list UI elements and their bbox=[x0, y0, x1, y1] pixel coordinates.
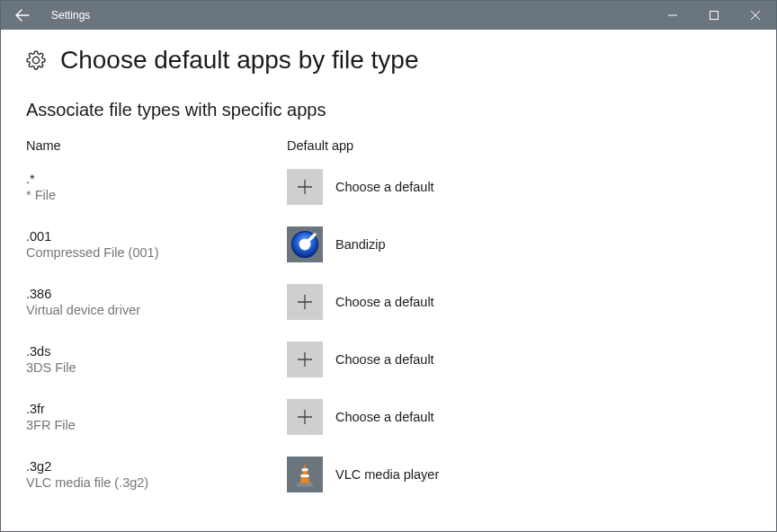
default-app-label: Choose a default bbox=[335, 180, 434, 194]
file-type-info: .001Compressed File (001) bbox=[26, 226, 287, 261]
column-header-name: Name bbox=[26, 138, 287, 153]
svg-rect-5 bbox=[301, 474, 309, 477]
minimize-icon bbox=[668, 11, 677, 20]
plus-icon bbox=[287, 284, 323, 320]
default-app-button[interactable]: Choose a default bbox=[287, 284, 434, 320]
plus-icon bbox=[287, 341, 323, 377]
file-description: VLC media file (.3g2) bbox=[26, 474, 287, 491]
column-header-default-app: Default app bbox=[287, 138, 353, 153]
file-type-info: .386Virtual device driver bbox=[26, 284, 287, 318]
file-extension: .3ds bbox=[26, 343, 287, 359]
file-description: Compressed File (001) bbox=[26, 244, 287, 261]
gear-icon bbox=[26, 50, 46, 70]
page-title: Choose default apps by file type bbox=[60, 46, 418, 75]
default-app-button[interactable]: Bandizip bbox=[287, 226, 386, 262]
window-controls bbox=[652, 1, 776, 30]
default-app-button[interactable]: Choose a default bbox=[287, 399, 434, 435]
file-description: Virtual device driver bbox=[26, 302, 287, 318]
svg-marker-3 bbox=[300, 464, 310, 483]
content-area: Choose default apps by file type Associa… bbox=[1, 30, 776, 492]
titlebar: Settings bbox=[1, 1, 776, 30]
arrow-left-icon bbox=[15, 8, 30, 22]
file-type-row: .3ds3DS FileChoose a default bbox=[26, 341, 751, 377]
file-type-info: .3fr3FR File bbox=[26, 399, 287, 433]
file-type-info: .3g2VLC media file (.3g2) bbox=[26, 457, 287, 491]
default-app-label: VLC media player bbox=[335, 467, 439, 482]
vlc-icon bbox=[287, 457, 323, 492]
file-type-row: .3fr3FR FileChoose a default bbox=[26, 399, 751, 435]
section-heading: Associate file types with specific apps bbox=[26, 100, 751, 120]
file-extension: .3g2 bbox=[26, 458, 287, 474]
plus-icon bbox=[287, 169, 323, 205]
columns-header: Name Default app bbox=[26, 138, 751, 153]
file-extension: .386 bbox=[26, 286, 287, 302]
file-type-info: .** File bbox=[26, 169, 287, 203]
default-app-button[interactable]: Choose a default bbox=[287, 169, 434, 205]
bandizip-icon bbox=[287, 226, 323, 262]
default-app-button[interactable]: VLC media player bbox=[287, 457, 439, 492]
default-app-label: Choose a default bbox=[335, 410, 434, 424]
maximize-icon bbox=[710, 11, 719, 20]
page-header: Choose default apps by file type bbox=[26, 46, 751, 75]
default-app-label: Choose a default bbox=[335, 352, 434, 367]
minimize-button[interactable] bbox=[652, 1, 693, 30]
plus-icon bbox=[287, 399, 323, 435]
file-type-row: .001Compressed File (001)Bandizip bbox=[26, 226, 751, 262]
file-type-info: .3ds3DS File bbox=[26, 341, 287, 376]
file-description: * File bbox=[26, 187, 287, 203]
file-extension: .001 bbox=[26, 228, 287, 244]
file-extension: .* bbox=[26, 171, 287, 187]
close-button[interactable] bbox=[735, 1, 776, 30]
default-app-button[interactable]: Choose a default bbox=[287, 341, 434, 377]
file-description: 3FR File bbox=[26, 417, 287, 433]
maximize-button[interactable] bbox=[693, 1, 735, 30]
file-type-row: .386Virtual device driverChoose a defaul… bbox=[26, 284, 751, 320]
default-app-label: Bandizip bbox=[335, 237, 386, 252]
svg-rect-0 bbox=[710, 12, 719, 20]
file-type-list: .** FileChoose a default.001Compressed F… bbox=[26, 169, 751, 492]
file-extension: .3fr bbox=[26, 401, 287, 417]
file-type-row: .** FileChoose a default bbox=[26, 169, 751, 205]
window-title: Settings bbox=[44, 9, 652, 22]
back-button[interactable] bbox=[1, 1, 44, 30]
file-type-row: .3g2VLC media file (.3g2)VLC media playe… bbox=[26, 457, 751, 492]
svg-marker-6 bbox=[296, 483, 314, 487]
svg-rect-4 bbox=[302, 468, 308, 471]
file-description: 3DS File bbox=[26, 359, 287, 376]
default-app-label: Choose a default bbox=[335, 295, 434, 309]
close-icon bbox=[751, 11, 760, 20]
